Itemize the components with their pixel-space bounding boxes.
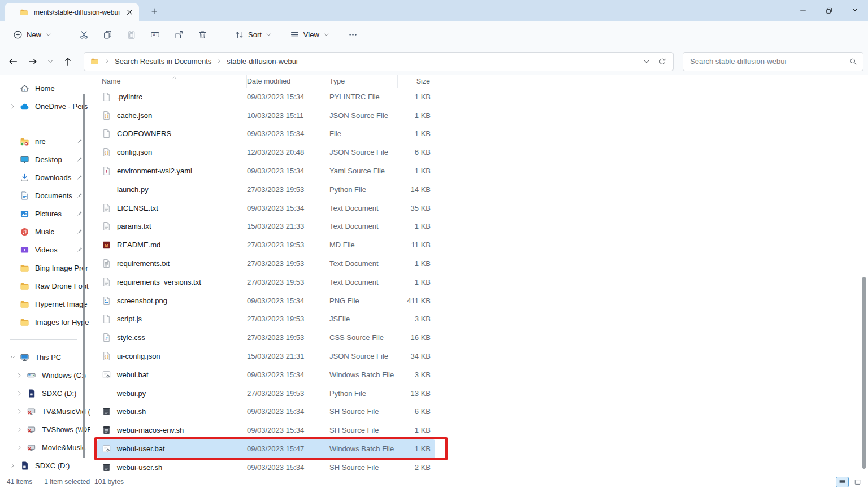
restore-button[interactable] [816, 0, 842, 21]
sort-button[interactable]: Sort [229, 26, 277, 43]
thumbnail-view-toggle[interactable] [851, 477, 864, 487]
sidebar-item-music[interactable]: Music [0, 223, 90, 241]
chevron-down-icon[interactable] [10, 354, 16, 360]
history-dropdown-button[interactable] [45, 54, 55, 69]
file-row-webui-macos-env-sh[interactable]: webui-macos-env.sh09/03/2023 15:34SH Sou… [97, 421, 435, 439]
chevron-right-icon[interactable] [10, 463, 16, 469]
chevron-right-icon[interactable] [16, 408, 23, 415]
sidebar-item-home[interactable]: Home [0, 79, 90, 97]
sidebar-item-documents[interactable]: Documents [0, 186, 90, 204]
column-header-size[interactable]: Size [398, 75, 435, 88]
file-list-scrollbar[interactable] [862, 277, 866, 469]
file-row-webui-user-sh[interactable]: webui-user.sh09/03/2023 15:34SH Source F… [97, 458, 435, 476]
file-row-screenshot-png[interactable]: screenshot.png09/03/2023 15:34PNG File41… [97, 291, 435, 310]
file-row-ui-config-json[interactable]: {}ui-config.json15/03/2023 21:31JSON Sou… [97, 347, 435, 365]
file-row-requirements-txt[interactable]: requirements.txt27/03/2023 19:53Text Doc… [97, 254, 435, 273]
search-box[interactable] [683, 52, 863, 71]
breadcrumb-segment[interactable]: stable-diffusion-webui [223, 55, 301, 68]
file-row-webui-bat[interactable]: webui.bat09/03/2023 15:34Windows Batch F… [97, 365, 435, 384]
more-options-button[interactable] [342, 25, 364, 45]
details-view-toggle[interactable] [836, 477, 849, 487]
file-row-params-txt[interactable]: params.txt15/03/2023 21:33Text Document1… [97, 217, 435, 236]
plus-circle-icon [13, 30, 23, 40]
file-row--pylintrc[interactable]: .pylintrc09/03/2023 15:34PYLINTRC File1 … [97, 88, 435, 106]
chevron-right-icon[interactable] [10, 103, 16, 110]
file-row-license-txt[interactable]: LICENSE.txt09/03/2023 15:34Text Document… [97, 199, 435, 217]
forward-button[interactable] [25, 54, 40, 69]
column-header-name[interactable]: Name [97, 75, 247, 88]
chevron-right-icon[interactable] [16, 390, 23, 396]
column-header-type[interactable]: Type [329, 75, 398, 88]
file-row-style-css[interactable]: #style.css27/03/2023 19:53CSS Source Fil… [97, 328, 435, 347]
sidebar-item-bing-image-pror[interactable]: Bing Image Pror [0, 259, 90, 277]
file-name-cell: #style.css [97, 333, 247, 342]
search-input[interactable] [689, 56, 846, 66]
file-row-webui-user-bat[interactable]: webui-user.bat09/03/2023 15:47Windows Ba… [97, 439, 435, 458]
file-row-launch-py[interactable]: launch.py27/03/2023 19:53Python File14 K… [97, 180, 435, 199]
breadcrumb-segment[interactable]: Search Results in Documents [111, 55, 215, 68]
breadcrumb-chevron-icon [104, 58, 110, 64]
file-name-cell: CODEOWNERS [97, 129, 247, 138]
chevron-right-icon[interactable] [16, 372, 23, 378]
file-row-webui-py[interactable]: webui.py27/03/2023 19:53Python File13 KB [97, 384, 435, 403]
back-button[interactable] [6, 54, 20, 69]
sidebar-item-sdxc-d[interactable]: SDXC (D:) [0, 384, 90, 402]
windows-drive-icon [26, 371, 37, 380]
close-button[interactable] [842, 0, 868, 21]
file-type: Yaml Source File [329, 167, 398, 175]
file-row-cache-json[interactable]: {}cache.json10/03/2023 15:11JSON Source … [97, 106, 435, 125]
sidebar-item-sdxc-d[interactable]: SDXC (D:) [0, 456, 90, 474]
rename-button[interactable]: A [144, 25, 166, 45]
new-button[interactable]: New [8, 26, 57, 43]
bat-file-icon [102, 444, 111, 454]
file-type: Text Document [329, 204, 398, 212]
sidebar-item-pictures[interactable]: Pictures [0, 204, 90, 223]
file-row-config-json[interactable]: {}config.json12/03/2023 20:48JSON Source… [97, 143, 435, 162]
file-type: Text Document [329, 278, 398, 286]
address-bar[interactable]: Search Results in Documents stable-diffu… [84, 52, 674, 71]
chevron-right-icon[interactable] [16, 426, 23, 433]
paste-button[interactable] [120, 25, 142, 45]
sidebar-item-videos[interactable]: Videos [0, 241, 90, 259]
column-header-date-modified[interactable]: Date modified [247, 75, 329, 88]
minimize-icon [799, 7, 807, 15]
file-row-readme-md[interactable]: MREADME.md27/03/2023 19:53MD File11 KB [97, 236, 435, 254]
new-tab-button[interactable] [148, 5, 160, 18]
tab-close-icon[interactable] [124, 7, 135, 18]
up-button[interactable] [60, 54, 75, 69]
sort-icon [235, 30, 244, 40]
file-row-requirements-versions-txt[interactable]: requirements_versions.txt27/03/2023 19:5… [97, 273, 435, 291]
sidebar-item-images-for-hype[interactable]: Images for Hype [0, 313, 90, 331]
sidebar-item-tv-musicvid[interactable]: TV&MusicVid ( [0, 402, 90, 420]
delete-icon [198, 30, 207, 40]
delete-button[interactable] [192, 25, 213, 45]
chevron-right-icon[interactable] [16, 445, 23, 451]
sidebar-item-nre[interactable]: nre [0, 132, 90, 150]
cut-icon [79, 30, 89, 40]
refresh-icon[interactable] [658, 58, 666, 66]
file-row-codeowners[interactable]: CODEOWNERS09/03/2023 15:34File1 KB [97, 125, 435, 143]
share-button[interactable] [168, 25, 189, 45]
cut-button[interactable] [73, 25, 94, 45]
sidebar-item-downloads[interactable]: Downloads [0, 168, 90, 186]
view-button[interactable]: View [285, 26, 335, 43]
file-row-script-js[interactable]: script.js27/03/2023 19:53JSFile3 KB [97, 310, 435, 329]
sidebar-scrollbar[interactable] [83, 94, 85, 458]
minimize-button[interactable] [790, 0, 816, 21]
file-name: webui.py [117, 389, 146, 398]
explorer-tab[interactable]: ments\stable-diffusion-webui [5, 3, 139, 21]
file-list-pane: Name Date modified Type Size .pylintrc09… [90, 75, 868, 476]
address-dropdown-icon[interactable] [643, 58, 650, 66]
file-icon [102, 129, 111, 138]
sidebar-item-raw-drone-foot[interactable]: Raw Drone Foot [0, 277, 90, 295]
sidebar-item-hypernet-image[interactable]: Hypernet Image [0, 295, 90, 313]
sidebar-item-this-pc[interactable]: This PC [0, 348, 90, 366]
file-row-environment-wsl2-yaml[interactable]: !environment-wsl2.yaml09/03/2023 15:34Ya… [97, 162, 435, 180]
sidebar-item-onedrive-pers[interactable]: OneDrive - Pers [0, 97, 90, 115]
sidebar-item-desktop[interactable]: Desktop [0, 150, 90, 168]
sidebar-item-movie-music[interactable]: Movie&Music [0, 438, 90, 456]
sidebar-item-windows-c[interactable]: Windows (C:) [0, 366, 90, 384]
copy-button[interactable] [97, 25, 118, 45]
file-row-webui-sh[interactable]: webui.sh09/03/2023 15:34SH Source File6 … [97, 403, 435, 421]
sidebar-item-tvshows-de[interactable]: TVShows (\\DE [0, 420, 90, 438]
